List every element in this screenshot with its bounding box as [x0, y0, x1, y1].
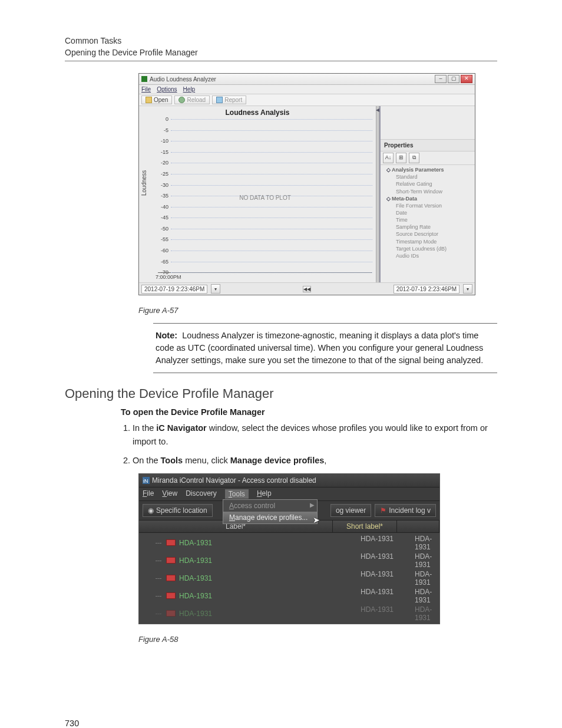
property-item[interactable]: Timestamp Mode	[386, 238, 471, 245]
toolbar: Open Reload Report	[139, 94, 475, 106]
time-start[interactable]: 2012-07-19 2:23:46PM	[141, 285, 207, 294]
property-item[interactable]: Standard	[386, 173, 471, 180]
expander-icon[interactable]: ◇	[386, 167, 391, 173]
header-line2: Opening the Device Profile Manager	[65, 47, 497, 59]
properties-header: Properties	[381, 139, 475, 151]
open-label: Open	[154, 97, 168, 103]
plot: Loudness NO DATA TO PLOT 0-5-10-15-20-25…	[158, 119, 372, 273]
cell-short-label: HDA-1931	[361, 535, 415, 551]
device-label: HDA-1931	[179, 610, 212, 618]
expand-button[interactable]: ⧉	[409, 153, 419, 163]
device-icon	[166, 610, 176, 617]
gridline	[171, 229, 372, 229]
window-titlebar[interactable]: Audio Loudness Analyzer – ▢ ✕	[139, 74, 475, 85]
property-item[interactable]: Source Descriptor	[386, 230, 471, 238]
note-label: Note:	[156, 331, 177, 340]
gridline	[171, 119, 372, 120]
gridline	[171, 207, 372, 207]
gridline	[171, 141, 372, 141]
device-icon	[166, 575, 176, 581]
menu-help[interactable]: Help	[183, 86, 196, 93]
time-end[interactable]: 2012-07-19 2:23:46PM	[394, 285, 459, 294]
menubar: File Options Help	[139, 85, 475, 94]
col-short-label[interactable]: Short label*	[333, 521, 397, 532]
cell-extra: HDA-1931	[415, 605, 439, 622]
gridline	[171, 218, 372, 218]
figure-caption-a57: Figure A-57	[138, 306, 497, 315]
gridline	[171, 239, 372, 240]
table-row[interactable]: HDA-1931HDA-1931HDA-1931	[139, 552, 439, 569]
menu-file[interactable]: File	[143, 489, 154, 499]
y-tick: -35	[145, 193, 168, 199]
property-item[interactable]: Date	[386, 209, 471, 216]
reload-icon	[178, 97, 185, 103]
reload-button[interactable]: Reload	[174, 95, 210, 104]
report-icon	[216, 97, 223, 103]
gridline	[171, 152, 372, 153]
step-2: On the Tools menu, click Manage device p…	[133, 454, 497, 467]
maximize-button[interactable]: ▢	[448, 75, 459, 83]
property-item[interactable]: Time	[386, 216, 471, 223]
report-button[interactable]: Report	[212, 95, 246, 104]
page-number: 730	[65, 719, 79, 728]
menu-options[interactable]: Options	[157, 86, 177, 93]
device-icon	[166, 592, 176, 599]
menu-help[interactable]: Help	[257, 489, 272, 499]
table-row[interactable]: HDA-1931HDA-1931HDA-1931	[139, 534, 439, 552]
nav-titlebar[interactable]: iN Miranda iControl Navigator - Access c…	[139, 474, 439, 487]
y-tick: 0	[145, 116, 168, 122]
y-tick: -70	[145, 269, 168, 275]
svg-text:iN: iN	[143, 478, 148, 484]
property-item[interactable]: Short-Term Window	[386, 188, 471, 195]
group-analysis-parameters: Analysis Parameters	[392, 167, 444, 173]
open-button[interactable]: Open	[141, 95, 172, 104]
gridline	[171, 185, 372, 186]
properties-pane: Properties A↓ ⊞ ⧉ ◇Analysis Parameters S…	[379, 106, 475, 282]
chart-title: Loudness Analysis	[143, 108, 372, 117]
minimize-button[interactable]: –	[435, 75, 447, 83]
report-label: Report	[224, 97, 242, 103]
property-item[interactable]: Relative Gating	[386, 180, 471, 187]
incident-log-button[interactable]: ⚑ Incident log v	[375, 504, 436, 517]
device-icon	[166, 557, 176, 564]
menu-discovery[interactable]: Discovery	[186, 489, 217, 499]
properties-toolbar: A↓ ⊞ ⧉	[381, 151, 475, 165]
property-item[interactable]: Audio IDs	[386, 252, 471, 259]
y-tick: -30	[145, 182, 168, 188]
y-tick: -40	[145, 204, 168, 210]
y-tick: -55	[145, 236, 168, 242]
table-row[interactable]: HDA-1931HDA-1931HDA-1931	[139, 605, 439, 622]
dropdown-icon[interactable]: ▾	[463, 284, 472, 294]
close-button[interactable]: ✕	[461, 75, 472, 83]
property-item[interactable]: Sampling Rate	[386, 223, 471, 230]
dropdown-icon[interactable]: ▾	[211, 284, 220, 294]
sort-az-button[interactable]: A↓	[383, 153, 394, 163]
specific-location-button[interactable]: ◉ Specific location	[143, 504, 213, 517]
table-row[interactable]: HDA-1931HDA-1931HDA-1931	[139, 569, 439, 587]
menu-view[interactable]: View	[162, 489, 177, 499]
window-title: Audio Loudness Analyzer	[150, 76, 216, 83]
property-item[interactable]: File Format Version	[386, 202, 471, 209]
device-label: HDA-1931	[179, 592, 212, 600]
log-viewer-button[interactable]: og viewer	[330, 504, 371, 517]
app-icon: iN	[143, 477, 150, 484]
table-row[interactable]: HDA-1931HDA-1931HDA-1931	[139, 587, 439, 605]
expander-icon[interactable]: ◇	[386, 196, 391, 202]
group-meta-data: Meta-Data	[392, 196, 417, 202]
menu-tools[interactable]: Tools	[225, 489, 249, 499]
property-item[interactable]: Target Loudness (dB)	[386, 245, 471, 252]
procedure-heading: To open the Device Profile Manager	[121, 407, 497, 417]
device-label: HDA-1931	[179, 539, 212, 547]
rewind-button[interactable]: ◀◀	[303, 286, 311, 292]
device-list: HDA-1931HDA-1931HDA-1931HDA-1931HDA-1931…	[139, 533, 439, 624]
categorize-button[interactable]: ⊞	[396, 153, 406, 163]
cell-short-label: HDA-1931	[361, 552, 415, 569]
loudness-analyzer-window: Audio Loudness Analyzer – ▢ ✕ File Optio…	[138, 73, 475, 295]
menu-file[interactable]: File	[141, 86, 151, 93]
app-icon	[141, 76, 147, 82]
menu-item-manage-device-profiles[interactable]: Manage device profiles...	[223, 512, 317, 523]
y-tick: -65	[145, 259, 168, 265]
header-rule	[65, 61, 497, 61]
folder-open-icon	[146, 97, 152, 103]
menu-item-access-control[interactable]: Access control ▶	[223, 500, 317, 512]
